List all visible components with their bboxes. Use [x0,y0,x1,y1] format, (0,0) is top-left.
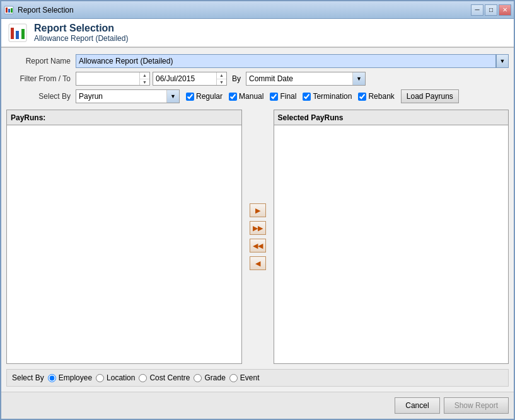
date-to-container: ▲ ▼ [153,72,227,86]
employee-radio[interactable] [48,374,56,382]
svg-rect-7 [21,29,25,39]
commit-date-container: Commit Date ▼ [246,72,366,86]
payruns-panel: PayRuns: [6,110,242,364]
final-label: Final [280,92,296,101]
right-single-icon: ▶ [255,207,260,215]
final-checkbox-item[interactable]: Final [270,92,296,101]
manual-checkbox-item[interactable]: Manual [229,92,263,101]
by-label: By [232,74,241,83]
window-icon [4,5,14,15]
selected-panel: Selected PayRuns [274,110,509,364]
report-name-input[interactable] [76,54,496,68]
title-bar: Report Selection ─ □ ✕ [1,1,514,19]
window-inner: Report Selection Allowance Report (Detai… [1,19,514,419]
employee-radio-item[interactable]: Employee [48,373,92,382]
termination-label: Termination [313,92,352,101]
cancel-button[interactable]: Cancel [395,397,439,414]
selected-content[interactable] [274,125,509,363]
location-radio[interactable] [96,374,104,382]
rebank-checkbox-item[interactable]: Rebank [358,92,394,101]
report-name-row: Report Name ▼ [6,53,509,69]
date-from-input[interactable] [76,72,139,85]
bottom-bar: Cancel Show Report [1,392,514,419]
main-area: PayRuns: ▶ ▶▶ ◀◀ ◀ [6,110,509,364]
spin-up2-icon[interactable]: ▲ [217,72,226,79]
payrun-value: Payrun [76,90,166,103]
payrun-container: Payrun ▼ [76,89,180,103]
report-name-dropdown-btn[interactable]: ▼ [496,54,509,68]
grade-radio-item[interactable]: Grade [194,373,225,382]
regular-checkbox[interactable] [186,93,194,101]
payruns-content[interactable] [7,125,241,363]
spin-down-icon[interactable]: ▼ [140,79,149,86]
date-to-input[interactable] [153,72,216,85]
date-to-spin[interactable]: ▲ ▼ [216,72,226,85]
select-by-row: Select By Payrun ▼ Regular Manual [6,88,509,105]
close-button[interactable]: ✕ [499,4,511,16]
checkbox-group: Regular Manual Final Termination [186,89,459,103]
title-text: Report Selection [18,6,74,14]
date-from-spin[interactable]: ▲ ▼ [139,72,149,85]
move-right-all-button[interactable]: ▶▶ [250,221,266,235]
spin-down2-icon[interactable]: ▼ [217,79,226,86]
commit-date-dropdown-btn[interactable]: ▼ [352,72,365,85]
main-window: Report Selection ─ □ ✕ Report Selection … [0,0,515,420]
svg-rect-5 [11,28,14,39]
select-by-label: Select By [6,92,76,101]
commit-date-value: Commit Date [246,72,352,85]
manual-label: Manual [239,92,263,101]
svg-rect-3 [11,8,13,13]
report-icon [8,23,28,43]
cost-centre-radio[interactable] [139,374,147,382]
location-radio-item[interactable]: Location [96,373,135,382]
event-label: Event [240,373,260,382]
payruns-header: PayRuns: [7,110,241,125]
spin-up-icon[interactable]: ▲ [140,72,149,79]
arrow-controls: ▶ ▶▶ ◀◀ ◀ [247,110,269,364]
select-by-bottom: Select By Employee Location Cost Centre … [6,369,509,387]
form-section: Report Name ▼ Filter From / To ▲ ▼ [6,53,509,105]
load-payruns-button[interactable]: Load Payruns [401,89,459,103]
event-radio[interactable] [229,374,238,382]
left-single-icon: ◀ [255,259,260,268]
termination-checkbox-item[interactable]: Termination [303,92,352,101]
maximize-button[interactable]: □ [485,4,497,16]
rebank-label: Rebank [368,92,394,101]
grade-radio[interactable] [194,374,202,382]
regular-label: Regular [196,92,223,101]
employee-label: Employee [59,373,92,382]
final-checkbox[interactable] [270,93,278,101]
cost-centre-label: Cost Centre [149,373,190,382]
filter-row: Filter From / To ▲ ▼ [6,71,509,87]
header-text: Report Selection Allowance Report (Detai… [34,23,128,43]
svg-rect-1 [6,8,8,13]
regular-checkbox-item[interactable]: Regular [186,92,223,101]
title-buttons: ─ □ ✕ [471,4,511,16]
minimize-button[interactable]: ─ [471,4,483,16]
svg-rect-2 [8,9,10,13]
payruns-label: PayRuns: [11,113,45,122]
event-radio-item[interactable]: Event [229,373,260,382]
selected-header: Selected PayRuns [274,110,509,125]
cost-centre-radio-item[interactable]: Cost Centre [139,373,190,382]
termination-checkbox[interactable] [303,93,311,101]
header-band: Report Selection Allowance Report (Detai… [1,19,514,48]
move-left-all-button[interactable]: ◀◀ [250,239,266,253]
move-right-single-button[interactable]: ▶ [250,203,266,217]
rebank-checkbox[interactable] [358,93,366,101]
location-label: Location [107,373,135,382]
select-by-bottom-label: Select By [12,373,44,382]
filter-label: Filter From / To [6,74,76,83]
header-title: Report Selection [34,23,128,34]
left-double-icon: ◀◀ [253,242,263,250]
show-report-button[interactable]: Show Report [444,397,509,414]
header-subtitle: Allowance Report (Detailed) [34,34,128,43]
manual-checkbox[interactable] [229,93,237,101]
payrun-dropdown-btn[interactable]: ▼ [166,90,179,103]
grade-label: Grade [204,373,225,382]
move-left-single-button[interactable]: ◀ [250,256,266,270]
filter-inputs: ▲ ▼ ▲ ▼ By [76,72,366,86]
content-area: Report Name ▼ Filter From / To ▲ ▼ [1,48,514,392]
title-bar-left: Report Selection [4,5,74,15]
selected-label: Selected PayRuns [278,113,344,122]
